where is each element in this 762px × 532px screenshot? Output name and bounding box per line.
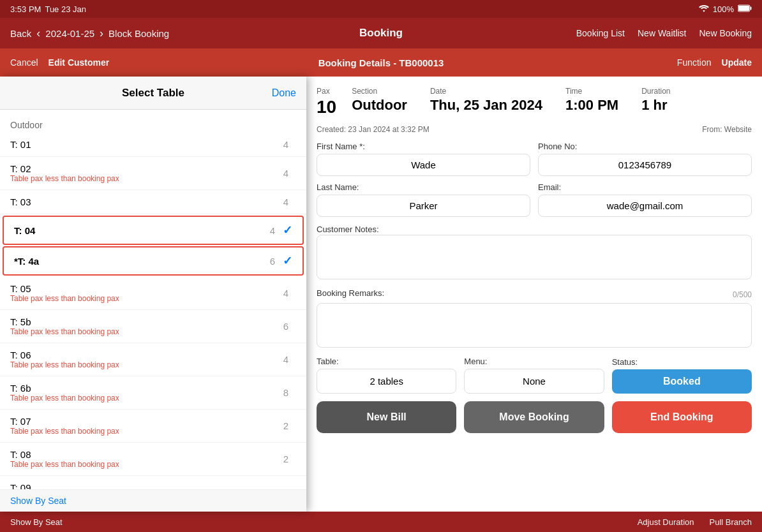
table-item[interactable]: T: 06 Table pax less than booking pax 4 [0,343,306,376]
end-booking-button[interactable]: End Booking [612,401,752,433]
customer-notes-label: Customer Notes: [317,225,379,234]
bottom-bar-left: Show By Seat [10,517,638,527]
table-list: Outdoor T: 01 4 T: 02 Table pax less tha… [0,110,306,489]
name-phone-row: First Name *: Phone No: [317,142,752,176]
first-name-input[interactable] [317,154,530,176]
table-item[interactable]: T: 08 Table pax less than booking pax 2 [0,443,306,476]
time-label: Time [565,87,618,96]
date-col: Date Thu, 25 Jan 2024 [430,87,542,114]
new-waitlist-link[interactable]: New Waitlist [638,28,687,38]
remarks-count: 0/500 [733,290,752,299]
status-item-group: Status: Booked [612,357,752,394]
table-item[interactable]: T: 07 Table pax less than booking pax 2 [0,410,306,443]
table-item-name: T: 08 Table pax less than booking pax [10,449,283,469]
status-bar: 3:53 PM Tue 23 Jan 100% [0,0,762,18]
duration-label: Duration [641,87,670,96]
nav-date: 2024-01-25 [45,28,94,39]
first-name-group: First Name *: [317,142,530,176]
table-item-pax: 4 [283,354,288,365]
back-button[interactable]: Back [10,28,31,39]
duration-col: Duration 1 hr [641,87,670,114]
top-nav-right: Booking List New Waitlist New Booking [548,28,752,38]
table-item-name: *T: 4a [14,256,270,267]
table-item-pax: 6 [270,256,275,267]
section-col: Section Outdoor [352,87,407,114]
update-button[interactable]: Update [722,57,752,68]
date-display: Tue 23 Jan [45,4,86,14]
customer-notes-group: Customer Notes: [317,223,752,282]
from-website-text: From: Website [702,125,752,134]
phone-group: Phone No: [538,142,752,176]
table-menu-status-row: Table: 2 tables Menu: None Status: Booke… [317,357,752,394]
table-item[interactable]: T: 6b Table pax less than booking pax 8 [0,376,306,410]
top-nav-center-title: Booking [214,27,548,40]
pax-col: Pax 10 [317,87,336,117]
booking-details-panel: Pax 10 Section Outdoor Date Thu, 25 Jan … [306,77,762,512]
table-selector-title: Select Table [122,87,184,100]
svg-rect-1 [751,6,752,10]
main-area: Total Booking: 1 0 AM 5:00 PM Outdoor ∧ … [0,77,762,512]
phone-input[interactable] [538,154,752,176]
last-name-input[interactable] [317,195,530,217]
table-selector-panel: Select Table Done Outdoor T: 01 4 T: 02 … [0,77,306,512]
bottom-bar: Show By Seat Adjust Duration Pull Branch [0,512,762,532]
action-buttons: New Bill Move Booking End Booking [317,401,752,433]
table-item[interactable]: T: 5b Table pax less than booking pax 6 [0,310,306,343]
block-booking-link[interactable]: Block Booking [108,28,169,39]
nav-right-arrow[interactable]: › [100,27,103,40]
edit-customer-button[interactable]: Edit Customer [49,57,110,68]
table-label: Table: [317,357,456,366]
table-item-pax: 4 [283,139,288,150]
table-item-selected[interactable]: T: 04 4 ✓ [3,216,304,245]
table-item-pax: 4 [283,168,288,179]
table-selector-header: Select Table Done [0,77,306,110]
table-item[interactable]: T: 09 Table pax less than booking pax 2 [0,476,306,489]
pax-value: 10 [317,97,336,117]
table-item-check-icon: ✓ [283,223,292,237]
table-item-selected[interactable]: *T: 4a 6 ✓ [3,246,304,276]
new-bill-button[interactable]: New Bill [317,401,456,433]
booking-list-link[interactable]: Booking List [576,28,625,38]
secondary-nav: Cancel Edit Customer Booking Details - T… [0,48,762,77]
table-item-sub: Table pax less than booking pax [10,394,283,403]
show-by-seat-link[interactable]: Show By Seat [10,496,66,506]
battery-display: 100% [713,4,734,14]
menu-label: Menu: [464,357,604,366]
table-item-pax: 4 [283,288,288,299]
table-item-pax: 4 [283,196,288,207]
booking-info-row: Pax 10 Section Outdoor Date Thu, 25 Jan … [317,87,752,117]
nav-left-arrow[interactable]: ‹ [36,27,40,40]
table-item[interactable]: T: 02 Table pax less than booking pax 4 [0,157,306,190]
booking-remarks-textarea[interactable] [317,303,752,348]
table-item[interactable]: T: 01 4 [0,133,306,157]
table-item[interactable]: T: 05 Table pax less than booking pax 4 [0,277,306,310]
pull-branch-button[interactable]: Pull Branch [710,517,752,527]
function-button[interactable]: Function [677,57,712,68]
show-by-seat-bottom[interactable]: Show By Seat [10,517,63,527]
booking-remarks-group: Booking Remarks: 0/500 [317,288,752,350]
cancel-button[interactable]: Cancel [10,57,38,68]
email-group: Email: [538,182,752,217]
table-item-name: T: 09 Table pax less than booking pax [10,482,283,489]
table-button[interactable]: 2 tables [317,369,456,394]
status-bar-right: 100% [699,4,752,14]
table-item-name: T: 03 [10,196,283,207]
status-booked: Booked [612,369,752,394]
new-booking-link[interactable]: New Booking [699,28,752,38]
table-item-pax: 8 [283,387,288,398]
remarks-header: Booking Remarks: 0/500 [317,288,752,300]
menu-button[interactable]: None [464,369,604,394]
table-item-name: T: 06 Table pax less than booking pax [10,350,283,369]
email-input[interactable] [538,195,752,217]
date-value: Thu, 25 Jan 2024 [430,97,542,114]
secondary-nav-title: Booking Details - TB000013 [214,57,548,68]
date-label: Date [430,87,542,96]
table-item-name: T: 6b Table pax less than booking pax [10,383,283,403]
move-booking-button[interactable]: Move Booking [464,401,604,433]
table-item-pax: 4 [270,225,275,236]
adjust-duration-button[interactable]: Adjust Duration [638,517,694,527]
table-selector-done-button[interactable]: Done [272,87,296,99]
table-item-pax: 2 [283,454,288,464]
table-item[interactable]: T: 03 4 [0,190,306,214]
customer-notes-textarea[interactable] [317,235,752,279]
